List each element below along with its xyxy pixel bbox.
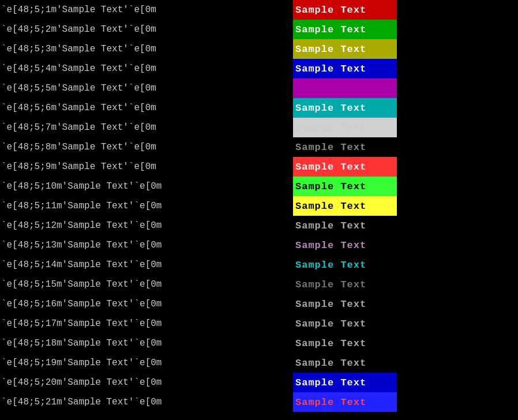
sample-text-4: Sample Text <box>295 63 366 74</box>
right-row-9: Sample Text <box>293 157 397 177</box>
escape-sequence-3: `e[48;5;3m'Sample Text'`e[0m <box>0 39 156 59</box>
left-row-15: `e[48;5;15m'Sample Text'`e[0m <box>0 275 293 294</box>
color-swatch-15: Sample Text <box>293 275 397 294</box>
escape-sequence-17: `e[48;5;17m'Sample Text'`e[0m <box>0 314 162 333</box>
escape-sequence-10: `e[48;5;10m'Sample Text'`e[0m <box>0 177 162 196</box>
sample-text-16: Sample Text <box>295 299 366 310</box>
sample-text-6: Sample Text <box>295 103 366 114</box>
escape-sequence-20: `e[48;5;20m'Sample Text'`e[0m <box>0 373 162 392</box>
left-row-9: `e[48;5;9m'Sample Text'`e[0m <box>0 157 293 177</box>
left-row-12: `e[48;5;12m'Sample Text'`e[0m <box>0 216 293 235</box>
sample-text-13: Sample Text <box>295 240 366 251</box>
escape-sequence-15: `e[48;5;15m'Sample Text'`e[0m <box>0 275 162 294</box>
right-row-13: Sample Text <box>293 235 397 255</box>
left-row-19: `e[48;5;19m'Sample Text'`e[0m <box>0 353 293 373</box>
escape-sequence-1: `e[48;5;1m'Sample Text'`e[0m <box>0 0 156 20</box>
escape-sequence-2: `e[48;5;2m'Sample Text'`e[0m <box>0 20 156 39</box>
left-row-10: `e[48;5;10m'Sample Text'`e[0m <box>0 177 293 196</box>
right-row-10: Sample Text <box>293 177 397 196</box>
sample-text-10: Sample Text <box>295 181 366 192</box>
left-row-8: `e[48;5;8m'Sample Text'`e[0m <box>0 137 293 157</box>
right-row-6: Sample Text <box>293 98 397 118</box>
right-column: Sample TextSample TextSample TextSample … <box>293 0 397 412</box>
color-swatch-9: Sample Text <box>293 157 397 177</box>
escape-sequence-12: `e[48;5;12m'Sample Text'`e[0m <box>0 216 162 235</box>
left-row-11: `e[48;5;11m'Sample Text'`e[0m <box>0 196 293 216</box>
escape-sequence-13: `e[48;5;13m'Sample Text'`e[0m <box>0 235 162 255</box>
right-row-2: Sample Text <box>293 20 397 39</box>
right-row-8: Sample Text <box>293 137 397 157</box>
color-swatch-2: Sample Text <box>293 20 397 39</box>
escape-sequence-11: `e[48;5;11m'Sample Text'`e[0m <box>0 196 162 216</box>
left-row-3: `e[48;5;3m'Sample Text'`e[0m <box>0 39 293 59</box>
left-row-5: `e[48;5;5m'Sample Text'`e[0m <box>0 78 293 98</box>
sample-text-1: Sample Text <box>295 5 366 16</box>
right-row-1: Sample Text <box>293 0 397 20</box>
sample-text-18: Sample Text <box>295 338 366 349</box>
right-row-14: Sample Text <box>293 255 397 275</box>
color-swatch-12: Sample Text <box>293 216 397 235</box>
right-row-20: Sample Text <box>293 373 397 392</box>
right-row-18: Sample Text <box>293 333 397 353</box>
sample-text-12: Sample Text <box>295 220 366 231</box>
color-swatch-18: Sample Text <box>293 333 397 353</box>
color-swatch-11: Sample Text <box>293 196 397 216</box>
color-swatch-5: Sample Text <box>293 78 397 98</box>
color-swatch-17: Sample Text <box>293 314 397 333</box>
left-row-4: `e[48;5;4m'Sample Text'`e[0m <box>0 59 293 78</box>
main-container: `e[48;5;1m'Sample Text'`e[0m`e[48;5;2m'S… <box>0 0 518 412</box>
escape-sequence-7: `e[48;5;7m'Sample Text'`e[0m <box>0 118 156 137</box>
color-swatch-14: Sample Text <box>293 255 397 275</box>
escape-sequence-4: `e[48;5;4m'Sample Text'`e[0m <box>0 59 156 78</box>
sample-text-5: Sample Text <box>295 83 366 94</box>
color-swatch-3: Sample Text <box>293 39 397 59</box>
sample-text-19: Sample Text <box>295 358 366 369</box>
color-swatch-8: Sample Text <box>293 137 397 157</box>
left-row-17: `e[48;5;17m'Sample Text'`e[0m <box>0 314 293 333</box>
sample-text-3: Sample Text <box>295 44 366 55</box>
sample-text-2: Sample Text <box>295 24 366 35</box>
color-swatch-19: Sample Text <box>293 353 397 373</box>
right-row-7: Sample Text <box>293 118 397 137</box>
sample-text-21: Sample Text <box>295 397 366 408</box>
right-row-4: Sample Text <box>293 59 397 78</box>
left-row-20: `e[48;5;20m'Sample Text'`e[0m <box>0 373 293 392</box>
left-row-13: `e[48;5;13m'Sample Text'`e[0m <box>0 235 293 255</box>
left-row-1: `e[48;5;1m'Sample Text'`e[0m <box>0 0 293 20</box>
right-row-16: Sample Text <box>293 294 397 314</box>
escape-sequence-21: `e[48;5;21m'Sample Text'`e[0m <box>0 392 162 412</box>
sample-text-20: Sample Text <box>295 377 366 388</box>
color-swatch-4: Sample Text <box>293 59 397 78</box>
left-row-7: `e[48;5;7m'Sample Text'`e[0m <box>0 118 293 137</box>
sample-text-7: Sample Text <box>295 122 366 133</box>
color-swatch-1: Sample Text <box>293 0 397 20</box>
escape-sequence-19: `e[48;5;19m'Sample Text'`e[0m <box>0 353 162 373</box>
sample-text-15: Sample Text <box>295 279 366 290</box>
color-swatch-16: Sample Text <box>293 294 397 314</box>
right-row-17: Sample Text <box>293 314 397 333</box>
escape-sequence-14: `e[48;5;14m'Sample Text'`e[0m <box>0 255 162 275</box>
left-row-18: `e[48;5;18m'Sample Text'`e[0m <box>0 333 293 353</box>
color-swatch-10: Sample Text <box>293 177 397 196</box>
left-row-16: `e[48;5;16m'Sample Text'`e[0m <box>0 294 293 314</box>
right-row-21: Sample Text <box>293 392 397 412</box>
right-row-19: Sample Text <box>293 353 397 373</box>
left-row-21: `e[48;5;21m'Sample Text'`e[0m <box>0 392 293 412</box>
sample-text-8: Sample Text <box>295 142 366 153</box>
escape-sequence-16: `e[48;5;16m'Sample Text'`e[0m <box>0 294 162 314</box>
left-column: `e[48;5;1m'Sample Text'`e[0m`e[48;5;2m'S… <box>0 0 293 412</box>
color-swatch-7: Sample Text <box>293 118 397 137</box>
escape-sequence-6: `e[48;5;6m'Sample Text'`e[0m <box>0 98 156 118</box>
left-row-6: `e[48;5;6m'Sample Text'`e[0m <box>0 98 293 118</box>
color-swatch-13: Sample Text <box>293 235 397 255</box>
escape-sequence-5: `e[48;5;5m'Sample Text'`e[0m <box>0 78 156 98</box>
sample-text-17: Sample Text <box>295 318 366 329</box>
escape-sequence-8: `e[48;5;8m'Sample Text'`e[0m <box>0 137 156 157</box>
color-swatch-6: Sample Text <box>293 98 397 118</box>
escape-sequence-18: `e[48;5;18m'Sample Text'`e[0m <box>0 333 162 353</box>
color-swatch-21: Sample Text <box>293 392 397 412</box>
sample-text-9: Sample Text <box>295 162 366 172</box>
sample-text-14: Sample Text <box>295 260 366 271</box>
escape-sequence-9: `e[48;5;9m'Sample Text'`e[0m <box>0 157 156 177</box>
right-row-3: Sample Text <box>293 39 397 59</box>
